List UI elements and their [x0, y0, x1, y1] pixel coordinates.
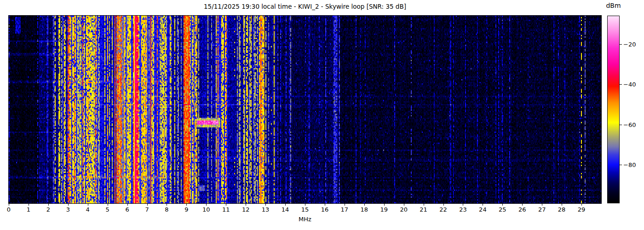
x-tick-mark — [48, 204, 49, 206]
x-tick-mark — [305, 204, 305, 206]
x-tick-label: 7 — [145, 206, 149, 213]
x-tick-mark — [88, 204, 88, 206]
x-tick-label: 29 — [578, 206, 586, 213]
x-tick-mark — [206, 204, 207, 206]
x-tick-label: 8 — [165, 206, 168, 213]
x-tick-mark — [443, 204, 444, 206]
x-tick-label: 9 — [184, 206, 188, 213]
spectrogram-plot — [8, 15, 602, 204]
colorbar-tick-mark — [620, 44, 622, 45]
x-tick-label: 28 — [558, 206, 566, 213]
x-tick-label: 15 — [301, 206, 309, 213]
x-tick-label: 1 — [27, 206, 30, 213]
x-tick-mark — [127, 204, 128, 206]
x-tick-label: 24 — [479, 206, 487, 213]
x-tick-mark — [108, 204, 108, 206]
x-tick-mark — [404, 204, 404, 206]
x-axis-label: MHz — [8, 216, 602, 223]
x-tick-mark — [463, 204, 463, 206]
x-tick-label: 21 — [420, 206, 427, 213]
x-tick-mark — [265, 204, 266, 206]
x-tick-label: 2 — [46, 206, 50, 213]
x-tick-mark — [542, 204, 542, 206]
x-tick-label: 19 — [380, 206, 388, 213]
colorbar-tick-label: −60 — [623, 121, 636, 128]
colorbar-tick-mark — [620, 125, 622, 125]
x-tick-label: 22 — [439, 206, 447, 213]
x-tick-label: 25 — [499, 206, 506, 213]
x-tick-label: 4 — [86, 206, 90, 213]
x-tick-mark — [522, 204, 523, 206]
x-tick-label: 18 — [361, 206, 368, 213]
x-tick-mark — [9, 204, 9, 206]
colorbar-tick-mark — [620, 84, 622, 85]
x-tick-label: 26 — [518, 206, 526, 213]
x-tick-mark — [167, 204, 167, 206]
x-tick-mark — [502, 204, 503, 206]
x-tick-mark — [384, 204, 385, 206]
chart-title: 15/11/2025 19:30 local time - KIWI_2 - S… — [8, 3, 602, 10]
spectrogram-canvas — [9, 16, 601, 203]
x-tick-label: 12 — [242, 206, 250, 213]
x-tick-mark — [325, 204, 325, 206]
x-tick-mark — [246, 204, 246, 206]
colorbar-label: dBm — [603, 2, 624, 9]
x-tick-label: 20 — [400, 206, 408, 213]
colorbar-tick-label: −80 — [623, 161, 636, 168]
x-tick-label: 10 — [202, 206, 210, 213]
x-tick-mark — [147, 204, 148, 206]
x-tick-label: 13 — [262, 206, 270, 213]
x-tick-label: 27 — [538, 206, 546, 213]
x-tick-mark — [483, 204, 483, 206]
x-tick-label: 14 — [282, 206, 289, 213]
x-tick-mark — [226, 204, 226, 206]
x-tick-label: 23 — [459, 206, 467, 213]
x-tick-label: 17 — [341, 206, 349, 213]
x-tick-mark — [562, 204, 562, 206]
x-tick-label: 5 — [106, 206, 109, 213]
x-tick-mark — [364, 204, 365, 206]
x-tick-mark — [285, 204, 286, 206]
colorbar-tick-label: −20 — [623, 41, 636, 48]
colorbar-tick-label: −40 — [623, 81, 636, 88]
x-tick-label: 0 — [7, 206, 11, 213]
x-tick-label: 6 — [125, 206, 129, 213]
x-tick-mark — [424, 204, 424, 206]
x-tick-label: 11 — [222, 206, 230, 213]
x-tick-label: 3 — [66, 206, 70, 213]
colorbar-tick-mark — [620, 165, 622, 165]
x-tick-mark — [29, 204, 29, 206]
x-tick-label: 16 — [321, 206, 329, 213]
x-tick-mark — [186, 204, 187, 206]
x-tick-mark — [345, 204, 345, 206]
x-tick-mark — [581, 204, 582, 206]
x-tick-mark — [68, 204, 69, 206]
colorbar — [607, 16, 620, 203]
